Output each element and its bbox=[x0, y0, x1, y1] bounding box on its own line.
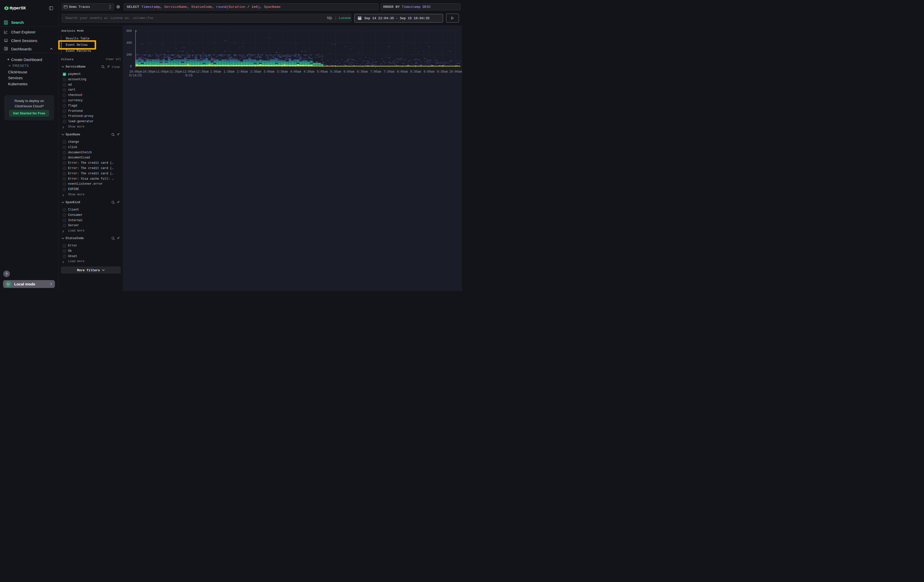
svg-text:11:00pm: 11:00pm bbox=[156, 70, 168, 74]
svg-text:9/14/25: 9/14/25 bbox=[129, 74, 142, 77]
svg-text:2:00am: 2:00am bbox=[237, 70, 248, 74]
svg-text:12:30am: 12:30am bbox=[196, 70, 208, 74]
svg-text:6:30am: 6:30am bbox=[357, 70, 368, 74]
svg-text:4:00am: 4:00am bbox=[290, 70, 301, 74]
svg-text:3:30am: 3:30am bbox=[277, 70, 288, 74]
svg-text:4:30am: 4:30am bbox=[304, 70, 314, 74]
svg-text:7:30am: 7:30am bbox=[384, 70, 394, 74]
svg-text:1:00am: 1:00am bbox=[210, 70, 221, 74]
svg-text:8:00am: 8:00am bbox=[397, 70, 408, 74]
svg-text:200: 200 bbox=[126, 53, 132, 57]
svg-text:10:00am: 10:00am bbox=[449, 70, 462, 74]
svg-text:600: 600 bbox=[126, 30, 132, 33]
svg-text:8:30am: 8:30am bbox=[410, 70, 421, 74]
svg-text:3:00am: 3:00am bbox=[263, 70, 274, 74]
svg-text:6:00am: 6:00am bbox=[343, 70, 355, 74]
svg-text:9:00am: 9:00am bbox=[424, 70, 434, 74]
svg-text:400: 400 bbox=[126, 41, 132, 45]
svg-text:5:30am: 5:30am bbox=[330, 70, 341, 74]
svg-text:11:30pm: 11:30pm bbox=[169, 70, 182, 74]
svg-text:1:30am: 1:30am bbox=[223, 70, 234, 74]
svg-text:0: 0 bbox=[130, 65, 132, 68]
svg-text:9/15: 9/15 bbox=[185, 74, 193, 77]
svg-text:5:00am: 5:00am bbox=[317, 70, 328, 74]
svg-text:10:30pm: 10:30pm bbox=[142, 70, 155, 74]
svg-text:7:00am: 7:00am bbox=[370, 70, 381, 74]
svg-text:12:00am: 12:00am bbox=[183, 70, 195, 74]
svg-text:2:30am: 2:30am bbox=[250, 70, 261, 74]
svg-text:10:00pm: 10:00pm bbox=[129, 70, 142, 74]
svg-text:9:30am: 9:30am bbox=[437, 70, 447, 74]
